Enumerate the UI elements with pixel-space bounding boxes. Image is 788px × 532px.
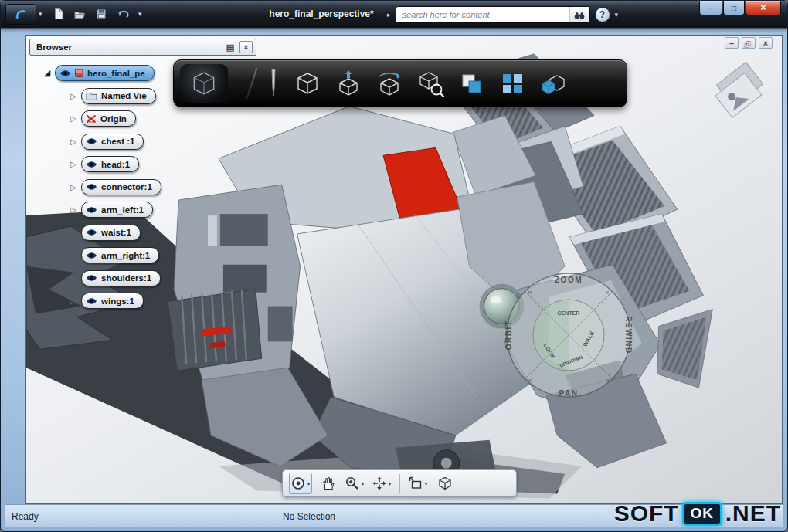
search-binoculars-button[interactable] xyxy=(569,7,589,22)
app-menu-chevron-icon[interactable]: ▾ xyxy=(39,10,42,18)
watermark-ok-badge: OK xyxy=(682,502,722,526)
tree-label: shoulders:1 xyxy=(101,273,151,283)
tree-row[interactable]: ▷ waist:1 xyxy=(34,222,161,245)
revolve-button[interactable] xyxy=(374,66,405,100)
wheel-close-icon[interactable]: × xyxy=(605,377,609,385)
expander-icon[interactable]: ▷ xyxy=(68,296,79,305)
inspect-button[interactable] xyxy=(415,66,446,100)
doc-close-button[interactable]: × xyxy=(759,37,773,49)
tree-node[interactable]: arm_left:1 xyxy=(81,202,153,218)
tree-row[interactable]: ▷ connector:1 xyxy=(34,176,161,199)
tree-row[interactable]: ▷ head:1 xyxy=(34,153,161,176)
expander-icon[interactable]: ▷ xyxy=(68,229,79,237)
tree-row[interactable]: ▷ Named Vie xyxy=(34,85,161,108)
pen-tool-button[interactable] xyxy=(265,66,282,100)
steering-wheel-button[interactable]: ▾ xyxy=(289,473,312,494)
undo-button[interactable] xyxy=(115,6,131,22)
doc-restore-button[interactable]: □ xyxy=(742,37,756,49)
expander-icon[interactable]: ▷ xyxy=(68,274,79,283)
eye-icon[interactable] xyxy=(86,297,97,305)
tree-label: hero_final_pe xyxy=(87,69,145,78)
tree-node[interactable]: chest :1 xyxy=(81,134,144,150)
search-input[interactable] xyxy=(396,7,569,22)
tree-node[interactable]: head:1 xyxy=(81,156,139,172)
ribbon-separator xyxy=(246,68,258,99)
pattern-button[interactable] xyxy=(497,66,528,100)
assemble-button[interactable] xyxy=(538,66,569,100)
viewcube-icon xyxy=(705,62,774,124)
tree-node[interactable]: arm_right:1 xyxy=(81,247,159,263)
tree-node[interactable]: wings:1 xyxy=(81,293,144,309)
help-button[interactable]: ? xyxy=(595,7,610,22)
tree-row[interactable]: ▷ chest :1 xyxy=(34,130,161,154)
tree-row-root[interactable]: ◢ hero_final_pe xyxy=(34,62,161,85)
minimize-icon: – xyxy=(708,3,713,12)
zoom-button[interactable]: ▾ xyxy=(343,473,366,494)
open-folder-icon xyxy=(73,8,86,20)
view-cube-button[interactable] xyxy=(433,473,457,494)
help-dropdown-chevron-icon[interactable]: ▾ xyxy=(615,11,619,19)
tree-row[interactable]: ▷ Origin xyxy=(34,107,161,130)
browser-close-icon[interactable]: × xyxy=(239,41,253,53)
undo-icon xyxy=(117,8,129,20)
copy-object-button[interactable] xyxy=(456,66,487,100)
doc-minimize-button[interactable]: – xyxy=(725,37,739,49)
tree-node-root[interactable]: hero_final_pe xyxy=(55,65,155,81)
eye-icon[interactable] xyxy=(86,252,97,259)
extrude-button[interactable] xyxy=(333,66,364,100)
eye-icon[interactable] xyxy=(86,161,97,168)
new-file-button[interactable] xyxy=(50,6,66,22)
app-logo-icon xyxy=(13,7,29,22)
tree-node[interactable]: shoulders:1 xyxy=(81,270,161,286)
eye-icon[interactable] xyxy=(86,183,97,191)
tree-node[interactable]: Named Vie xyxy=(81,88,156,104)
tree-row[interactable]: ▷ arm_right:1 xyxy=(34,244,161,267)
expander-open-icon[interactable]: ◢ xyxy=(42,68,53,78)
ribbon-tools xyxy=(265,66,569,100)
tree-node[interactable]: connector:1 xyxy=(81,179,161,195)
wheel-pan-label: PAN xyxy=(559,389,579,398)
inspect-icon xyxy=(416,69,444,97)
expander-icon[interactable]: ▷ xyxy=(68,251,79,259)
app-window: ▾ xyxy=(0,0,788,532)
tree-node[interactable]: waist:1 xyxy=(81,225,141,241)
expander-icon[interactable]: ▷ xyxy=(68,160,79,168)
viewcube[interactable] xyxy=(705,62,774,127)
tree-row[interactable]: ▷ wings:1 xyxy=(34,290,161,313)
tree-label: Origin xyxy=(100,114,127,124)
open-file-button[interactable] xyxy=(72,6,87,22)
tree-row[interactable]: ▷ shoulders:1 xyxy=(34,267,161,290)
qat-dropdown-chevron-icon[interactable]: ▾ xyxy=(138,10,142,18)
expander-icon[interactable]: ▷ xyxy=(68,114,79,123)
look-at-icon xyxy=(408,476,423,491)
expander-icon[interactable]: ▷ xyxy=(68,137,79,146)
tree-node[interactable]: Origin xyxy=(81,110,136,127)
app-menu-button[interactable] xyxy=(5,4,36,25)
browser-header: Browser ▤ × xyxy=(29,39,256,56)
browser-menu-icon[interactable]: ▤ xyxy=(224,41,236,53)
search-split-chevron-icon[interactable]: ▸ xyxy=(387,11,391,19)
tree-label: Named Vie xyxy=(101,91,147,100)
eye-icon[interactable] xyxy=(59,69,71,77)
new-file-icon xyxy=(53,8,64,20)
save-button[interactable] xyxy=(93,6,109,22)
tree-row[interactable]: ▷ arm_left:1 xyxy=(34,198,161,222)
look-at-button[interactable]: ▾ xyxy=(406,473,430,494)
eye-icon[interactable] xyxy=(86,137,97,145)
expander-icon[interactable]: ▷ xyxy=(68,205,79,214)
eye-icon[interactable] xyxy=(86,229,97,236)
fusion-menu-button[interactable] xyxy=(180,64,228,103)
steering-wheel[interactable]: ZOOM REWIND PAN ORBIT CENTER WALK LOOK U… xyxy=(499,266,638,405)
tree-label: connector:1 xyxy=(101,182,152,191)
close-button[interactable]: × xyxy=(746,1,781,15)
maximize-button[interactable]: □ xyxy=(723,1,745,15)
expander-icon[interactable]: ▷ xyxy=(68,183,79,191)
primitive-box-button[interactable] xyxy=(292,66,323,100)
fusion-cube-icon xyxy=(189,69,219,98)
eye-icon[interactable] xyxy=(86,274,97,282)
minimize-button[interactable]: – xyxy=(699,1,722,15)
expander-icon[interactable]: ▷ xyxy=(68,92,79,100)
eye-icon[interactable] xyxy=(86,206,97,214)
pan-button[interactable] xyxy=(316,473,339,494)
orbit-button[interactable]: ▾ xyxy=(370,473,393,494)
